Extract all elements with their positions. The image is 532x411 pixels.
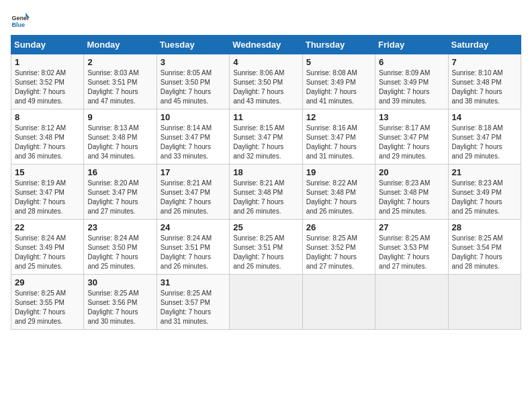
calendar-day-cell: 24Sunrise: 8:24 AM Sunset: 3:51 PM Dayli… xyxy=(157,220,229,275)
day-info: Sunrise: 8:25 AM Sunset: 3:57 PM Dayligh… xyxy=(161,289,226,326)
day-info: Sunrise: 8:23 AM Sunset: 3:49 PM Dayligh… xyxy=(452,179,517,216)
logo: General Blue xyxy=(11,11,30,30)
calendar-day-cell: 22Sunrise: 8:24 AM Sunset: 3:49 PM Dayli… xyxy=(11,220,84,275)
calendar-day-cell: 30Sunrise: 8:25 AM Sunset: 3:56 PM Dayli… xyxy=(84,275,157,330)
day-info: Sunrise: 8:02 AM Sunset: 3:52 PM Dayligh… xyxy=(15,68,80,106)
day-number: 5 xyxy=(306,57,371,67)
weekday-header-saturday: Saturday xyxy=(448,36,521,54)
day-info: Sunrise: 8:15 AM Sunset: 3:47 PM Dayligh… xyxy=(233,124,298,161)
day-number: 6 xyxy=(379,57,444,67)
day-info: Sunrise: 8:06 AM Sunset: 3:50 PM Dayligh… xyxy=(233,68,298,106)
calendar-day-cell: 19Sunrise: 8:22 AM Sunset: 3:48 PM Dayli… xyxy=(302,165,375,220)
day-info: Sunrise: 8:10 AM Sunset: 3:48 PM Dayligh… xyxy=(452,68,517,106)
calendar-day-cell: 15Sunrise: 8:19 AM Sunset: 3:47 PM Dayli… xyxy=(11,165,84,220)
day-info: Sunrise: 8:24 AM Sunset: 3:50 PM Dayligh… xyxy=(87,234,152,271)
day-info: Sunrise: 8:25 AM Sunset: 3:56 PM Dayligh… xyxy=(87,289,152,326)
day-number: 1 xyxy=(15,57,80,67)
calendar-header-row: SundayMondayTuesdayWednesdayThursdayFrid… xyxy=(11,36,521,54)
day-info: Sunrise: 8:16 AM Sunset: 3:47 PM Dayligh… xyxy=(306,124,371,161)
calendar-day-cell: 4Sunrise: 8:06 AM Sunset: 3:50 PM Daylig… xyxy=(230,54,302,109)
calendar-table: SundayMondayTuesdayWednesdayThursdayFrid… xyxy=(11,35,521,330)
day-info: Sunrise: 8:21 AM Sunset: 3:48 PM Dayligh… xyxy=(233,179,298,216)
calendar-day-cell: 12Sunrise: 8:16 AM Sunset: 3:47 PM Dayli… xyxy=(302,109,375,165)
day-info: Sunrise: 8:08 AM Sunset: 3:49 PM Dayligh… xyxy=(306,68,371,106)
weekday-header-wednesday: Wednesday xyxy=(230,36,302,54)
day-number: 4 xyxy=(233,57,298,67)
day-number: 14 xyxy=(452,112,517,122)
day-number: 30 xyxy=(87,277,152,287)
day-number: 9 xyxy=(87,112,152,122)
weekday-header-tuesday: Tuesday xyxy=(157,36,229,54)
calendar-day-cell: 7Sunrise: 8:10 AM Sunset: 3:48 PM Daylig… xyxy=(448,54,521,109)
svg-text:Blue: Blue xyxy=(11,21,25,28)
day-number: 20 xyxy=(379,167,444,177)
day-info: Sunrise: 8:13 AM Sunset: 3:48 PM Dayligh… xyxy=(87,124,152,161)
day-number: 3 xyxy=(161,57,226,67)
day-number: 31 xyxy=(161,277,226,287)
day-number: 8 xyxy=(15,112,80,122)
day-number: 11 xyxy=(233,112,298,122)
day-info: Sunrise: 8:25 AM Sunset: 3:55 PM Dayligh… xyxy=(15,289,80,326)
day-info: Sunrise: 8:25 AM Sunset: 3:52 PM Dayligh… xyxy=(306,234,371,271)
calendar-day-cell: 8Sunrise: 8:12 AM Sunset: 3:48 PM Daylig… xyxy=(11,109,84,165)
calendar-week-row: 29Sunrise: 8:25 AM Sunset: 3:55 PM Dayli… xyxy=(11,275,521,330)
day-info: Sunrise: 8:09 AM Sunset: 3:49 PM Dayligh… xyxy=(379,68,444,106)
calendar-day-cell: 25Sunrise: 8:25 AM Sunset: 3:51 PM Dayli… xyxy=(230,220,302,275)
day-info: Sunrise: 8:25 AM Sunset: 3:54 PM Dayligh… xyxy=(452,234,517,271)
calendar-day-cell: 21Sunrise: 8:23 AM Sunset: 3:49 PM Dayli… xyxy=(448,165,521,220)
calendar-day-cell: 3Sunrise: 8:05 AM Sunset: 3:50 PM Daylig… xyxy=(157,54,229,109)
day-info: Sunrise: 8:05 AM Sunset: 3:50 PM Dayligh… xyxy=(161,68,226,106)
day-info: Sunrise: 8:03 AM Sunset: 3:51 PM Dayligh… xyxy=(87,68,152,106)
calendar-day-cell: 16Sunrise: 8:20 AM Sunset: 3:47 PM Dayli… xyxy=(84,165,157,220)
logo-icon: General Blue xyxy=(11,11,30,30)
page-header: General Blue xyxy=(11,11,521,30)
weekday-header-sunday: Sunday xyxy=(11,36,84,54)
day-number: 18 xyxy=(233,167,298,177)
day-number: 2 xyxy=(87,57,152,67)
calendar-day-cell: 2Sunrise: 8:03 AM Sunset: 3:51 PM Daylig… xyxy=(84,54,157,109)
day-number: 28 xyxy=(452,222,517,232)
day-info: Sunrise: 8:12 AM Sunset: 3:48 PM Dayligh… xyxy=(15,124,80,161)
calendar-day-cell: 20Sunrise: 8:23 AM Sunset: 3:48 PM Dayli… xyxy=(375,165,448,220)
day-info: Sunrise: 8:24 AM Sunset: 3:49 PM Dayligh… xyxy=(15,234,80,271)
day-info: Sunrise: 8:19 AM Sunset: 3:47 PM Dayligh… xyxy=(15,179,80,216)
day-number: 16 xyxy=(87,167,152,177)
calendar-day-cell: 29Sunrise: 8:25 AM Sunset: 3:55 PM Dayli… xyxy=(11,275,84,330)
calendar-day-cell: 17Sunrise: 8:21 AM Sunset: 3:47 PM Dayli… xyxy=(157,165,229,220)
calendar-day-cell: 9Sunrise: 8:13 AM Sunset: 3:48 PM Daylig… xyxy=(84,109,157,165)
calendar-day-cell xyxy=(230,275,302,330)
day-number: 29 xyxy=(15,277,80,287)
day-number: 19 xyxy=(306,167,371,177)
day-info: Sunrise: 8:23 AM Sunset: 3:48 PM Dayligh… xyxy=(379,179,444,216)
calendar-day-cell: 13Sunrise: 8:17 AM Sunset: 3:47 PM Dayli… xyxy=(375,109,448,165)
day-info: Sunrise: 8:25 AM Sunset: 3:51 PM Dayligh… xyxy=(233,234,298,271)
day-info: Sunrise: 8:21 AM Sunset: 3:47 PM Dayligh… xyxy=(161,179,226,216)
day-number: 21 xyxy=(452,167,517,177)
day-number: 17 xyxy=(161,167,226,177)
calendar-day-cell: 11Sunrise: 8:15 AM Sunset: 3:47 PM Dayli… xyxy=(230,109,302,165)
day-number: 27 xyxy=(379,222,444,232)
calendar-day-cell: 26Sunrise: 8:25 AM Sunset: 3:52 PM Dayli… xyxy=(302,220,375,275)
day-info: Sunrise: 8:24 AM Sunset: 3:51 PM Dayligh… xyxy=(161,234,226,271)
calendar-day-cell: 27Sunrise: 8:25 AM Sunset: 3:53 PM Dayli… xyxy=(375,220,448,275)
day-number: 26 xyxy=(306,222,371,232)
calendar-day-cell: 10Sunrise: 8:14 AM Sunset: 3:47 PM Dayli… xyxy=(157,109,229,165)
calendar-day-cell: 28Sunrise: 8:25 AM Sunset: 3:54 PM Dayli… xyxy=(448,220,521,275)
calendar-day-cell: 1Sunrise: 8:02 AM Sunset: 3:52 PM Daylig… xyxy=(11,54,84,109)
calendar-week-row: 1Sunrise: 8:02 AM Sunset: 3:52 PM Daylig… xyxy=(11,54,521,109)
weekday-header-monday: Monday xyxy=(84,36,157,54)
day-info: Sunrise: 8:17 AM Sunset: 3:47 PM Dayligh… xyxy=(379,124,444,161)
calendar-week-row: 15Sunrise: 8:19 AM Sunset: 3:47 PM Dayli… xyxy=(11,165,521,220)
weekday-header-thursday: Thursday xyxy=(302,36,375,54)
calendar-day-cell: 18Sunrise: 8:21 AM Sunset: 3:48 PM Dayli… xyxy=(230,165,302,220)
calendar-day-cell: 14Sunrise: 8:18 AM Sunset: 3:47 PM Dayli… xyxy=(448,109,521,165)
day-info: Sunrise: 8:18 AM Sunset: 3:47 PM Dayligh… xyxy=(452,124,517,161)
calendar-week-row: 22Sunrise: 8:24 AM Sunset: 3:49 PM Dayli… xyxy=(11,220,521,275)
day-number: 10 xyxy=(161,112,226,122)
calendar-day-cell: 5Sunrise: 8:08 AM Sunset: 3:49 PM Daylig… xyxy=(302,54,375,109)
day-number: 15 xyxy=(15,167,80,177)
day-info: Sunrise: 8:20 AM Sunset: 3:47 PM Dayligh… xyxy=(87,179,152,216)
day-info: Sunrise: 8:22 AM Sunset: 3:48 PM Dayligh… xyxy=(306,179,371,216)
day-number: 24 xyxy=(161,222,226,232)
weekday-header-friday: Friday xyxy=(375,36,448,54)
